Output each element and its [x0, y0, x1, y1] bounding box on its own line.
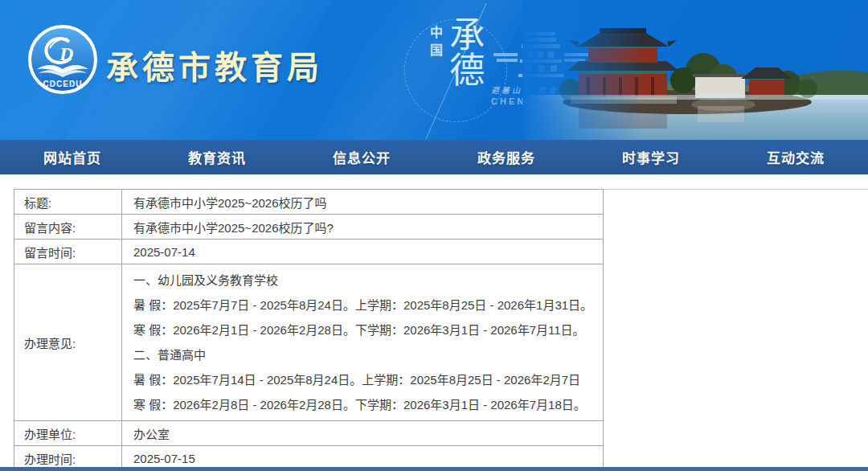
table-row-message-content: 留言内容: 有承德市中小学2025~2026校历了吗?: [14, 215, 604, 240]
cdcedu-logo-icon: D CDCEDU: [27, 24, 98, 95]
message-time-label: 留言时间:: [14, 240, 122, 264]
opinion-line: 一、幼儿园及义务教育学校: [133, 268, 603, 293]
bottom-accent-strip: [0, 467, 868, 471]
table-row-title: 标题: 有承德市中小学2025~2026校历了吗: [14, 190, 604, 215]
handling-unit-label: 办理单位:: [14, 421, 122, 446]
site-title: 承德市教育局: [106, 42, 323, 88]
svg-text:CDCEDU: CDCEDU: [43, 80, 83, 88]
watermark-country-text: 中国: [425, 26, 444, 61]
site-logo-icon[interactable]: D CDCEDU: [27, 24, 98, 95]
handling-opinion-label: 办理意见:: [14, 264, 122, 421]
table-row-handling-unit: 办理单位: 办公室: [14, 421, 604, 446]
svg-text:D: D: [59, 43, 73, 64]
nav-item-current-affairs[interactable]: 时事学习: [622, 147, 680, 167]
title-label: 标题:: [14, 190, 122, 215]
watermark-city-text: 承德: [444, 16, 481, 87]
nav-item-information-disclosure[interactable]: 信息公开: [333, 147, 391, 167]
message-detail-table: 标题: 有承德市中小学2025~2026校历了吗 留言内容: 有承德市中小学20…: [14, 189, 604, 471]
handling-unit-value: 办公室: [122, 421, 604, 446]
message-content-value: 有承德市中小学2025~2026校历了吗?: [122, 215, 604, 240]
nav-item-education-news[interactable]: 教育资讯: [188, 147, 246, 167]
table-row-message-time: 留言时间: 2025-07-14: [14, 240, 604, 264]
message-detail-section: 标题: 有承德市中小学2025~2026校历了吗 留言内容: 有承德市中小学20…: [0, 174, 868, 467]
handling-opinion-value: 一、幼儿园及义务教育学校 暑 假：2025年7月7日 - 2025年8月24日。…: [122, 264, 604, 421]
opinion-line: 寒 假：2026年2月1日 - 2026年2月28日。下学期：2026年3月1日…: [133, 317, 603, 342]
site-header: D CDCEDU 承德市教育局 中国 承德 避暑山庄 和合承德: [0, 0, 868, 140]
table-row-handling-opinion: 办理意见: 一、幼儿园及义务教育学校 暑 假：2025年7月7日 - 2025年…: [14, 264, 604, 421]
nav-item-interaction[interactable]: 互动交流: [767, 147, 825, 167]
nav-item-home[interactable]: 网站首页: [43, 147, 101, 167]
opinion-line: 二、普通高中: [133, 342, 603, 367]
title-value: 有承德市中小学2025~2026校历了吗: [122, 190, 604, 215]
chengde-lake-pavilion-photo: [522, 0, 868, 140]
opinion-line: 暑 假：2025年7月7日 - 2025年8月24日。上学期：2025年8月25…: [133, 293, 603, 317]
message-time-value: 2025-07-14: [122, 240, 604, 264]
message-content-label: 留言内容:: [14, 215, 122, 240]
nav-item-government-services[interactable]: 政务服务: [477, 147, 535, 167]
opinion-line: 暑 假：2025年7月14日 - 2025年8月24日。上学期：2025年8月2…: [133, 367, 603, 392]
main-navigation: 网站首页 教育资讯 信息公开 政务服务 时事学习 互动交流: [0, 140, 868, 174]
opinion-line: 寒 假：2026年2月8日 - 2026年2月28日。下学期：2026年3月1日…: [133, 392, 603, 417]
